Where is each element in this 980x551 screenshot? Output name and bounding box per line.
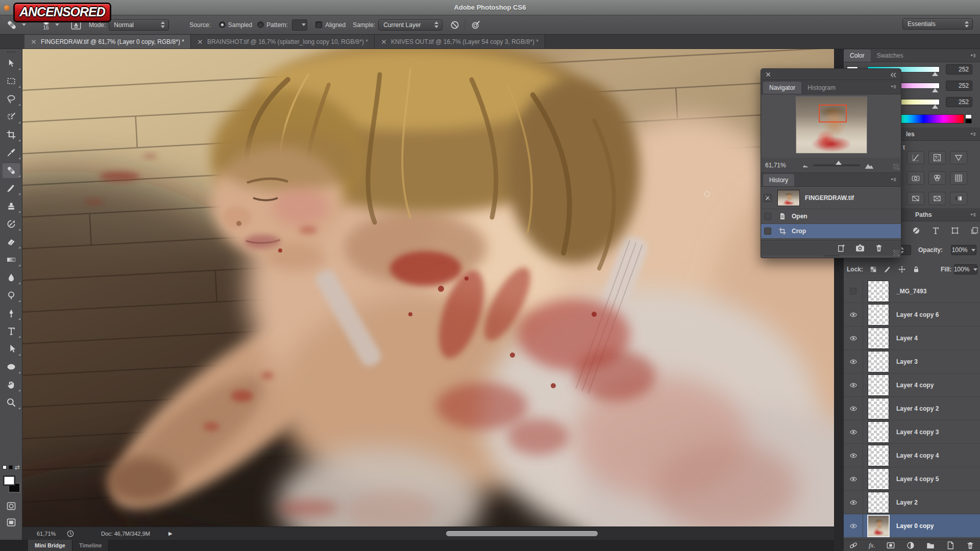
layer-row[interactable]: Layer 4 copy 5 [844,467,980,491]
layer-visibility-toggle[interactable] [844,373,863,397]
layer-row[interactable]: Layer 3 [844,350,980,373]
panel-menu-icon[interactable] [968,211,977,218]
layer-thumbnail[interactable] [868,328,889,349]
lock-transparency-icon[interactable] [869,265,877,273]
navigator-zoom-slider[interactable] [813,164,860,166]
invert-adjustment-button[interactable] [907,192,924,205]
history-snapshot-row[interactable]: FINGERDRAW.tif [761,187,901,209]
panel-menu-icon[interactable] [889,83,898,90]
layer-name[interactable]: Layer 4 copy 2 [896,405,939,412]
panel-menu-icon[interactable] [968,52,977,59]
layer-row[interactable]: Layer 4 copy 6 [844,303,980,327]
collapse-panel-icon[interactable] [890,71,897,79]
gradient-map-adjustment-button[interactable] [950,192,967,205]
layer-thumbnail[interactable] [868,281,889,302]
horizontal-scrollbar[interactable] [446,531,598,536]
adjustment-layer-icon[interactable] [906,541,915,550]
panel-grip[interactable] [823,255,840,257]
bottom-tab-mini-bridge[interactable]: Mini Bridge [28,540,72,551]
history-source-well[interactable] [761,228,774,235]
resize-grip[interactable] [893,250,899,256]
delete-state-icon[interactable] [874,243,884,253]
eyedropper-tool[interactable] [0,143,22,161]
tab-swatches[interactable]: Swatches [871,49,910,62]
layer-name[interactable]: _MG_7493 [896,288,926,295]
layer-name[interactable]: Layer 0 copy [896,522,934,530]
zoom-in-icon[interactable] [864,160,874,170]
default-colors-icon[interactable] [3,465,7,469]
layer-thumbnail[interactable] [868,351,889,372]
layer-row[interactable]: Layer 4 copy [844,373,980,397]
dodge-tool[interactable] [0,286,22,304]
layer-visibility-toggle[interactable] [844,397,863,420]
document-canvas[interactable] [22,49,834,527]
styles-tab-partial[interactable]: les [906,131,915,138]
layer-row[interactable]: _MG_7493 [844,280,980,303]
layer-name[interactable]: Layer 4 copy 6 [896,311,939,318]
document-tab[interactable]: BRAINSHOT.tif @ 16,7% (splatter_long cop… [191,35,375,48]
zoom-out-icon[interactable] [802,162,809,169]
close-icon[interactable] [197,39,203,45]
layer-row[interactable]: Layer 4 copy 4 [844,444,980,467]
screen-mode-icon[interactable] [6,517,16,528]
tab-histogram[interactable]: Histogram [801,82,842,94]
layer-visibility-toggle[interactable] [844,514,863,538]
layer-visibility-toggle[interactable] [844,303,863,327]
delete-layer-icon[interactable] [966,541,975,550]
status-menu-arrow-icon[interactable]: ▶ [168,531,173,536]
slider-thumb[interactable] [932,105,938,109]
layer-row[interactable]: Layer 4 [844,327,980,350]
wand-tool[interactable] [0,108,22,126]
tablet-pressure-icon[interactable] [471,20,481,30]
layer-thumbnail[interactable] [868,492,889,513]
history-state-row[interactable]: Open [761,209,901,224]
move-tool[interactable] [0,54,22,72]
layer-thumbnail[interactable] [868,421,889,443]
history-source-well[interactable] [761,213,774,220]
navigator-zoom-value[interactable]: 61,71% [765,162,802,169]
link-layers-icon[interactable] [849,541,858,550]
type-tool[interactable] [0,322,22,340]
new-layer-icon[interactable] [946,541,955,550]
layer-row[interactable]: Layer 4 copy 3 [844,420,980,444]
add-mask-icon[interactable] [886,541,895,550]
history-source-well[interactable] [761,194,774,202]
layer-style-icon[interactable]: fx. [869,541,875,549]
layer-thumbnail[interactable] [868,304,889,325]
close-icon[interactable] [765,71,771,78]
default-colors-icon[interactable] [9,465,13,469]
pattern-radio[interactable] [257,21,264,28]
new-group-icon[interactable] [926,541,935,550]
channel-mixer-adjustment-button[interactable] [928,171,946,185]
vibrance-adjustment-button[interactable] [950,151,967,164]
exposure-adjustment-button[interactable] [928,151,946,164]
lock-all-icon[interactable] [912,265,920,273]
healing-brush-tool[interactable] [0,161,22,179]
frame-button[interactable] [947,224,963,237]
lock-position-icon[interactable] [898,265,906,273]
hand-tool[interactable] [0,375,22,393]
snapshot-thumbnail[interactable] [777,190,800,206]
lasso-tool[interactable] [0,90,22,108]
resize-grip[interactable] [893,164,899,170]
layer-visibility-toggle[interactable] [844,467,863,491]
panel-menu-icon[interactable] [889,176,898,183]
black-swatch[interactable] [965,119,972,123]
shape-tool[interactable] [0,358,22,375]
photo-filter-adjustment-button[interactable] [907,171,924,185]
zoom-tool[interactable] [0,393,22,411]
white-swatch[interactable] [965,114,972,119]
crop-tool[interactable] [0,126,22,143]
close-icon[interactable] [31,39,37,45]
bottom-tab-timeline[interactable]: Timeline [72,540,109,551]
slider-thumb[interactable] [836,161,842,165]
layer-visibility-toggle[interactable] [844,327,863,350]
navigator-thumbnail[interactable] [796,96,867,154]
layer-row[interactable]: Layer 2 [844,491,980,514]
layer-thumbnail[interactable] [868,515,889,537]
foreground-color-swatch[interactable] [3,475,15,486]
swap-colors-row[interactable]: ⇄ [0,462,22,472]
close-icon[interactable] [381,39,387,45]
new-document-from-state-icon[interactable] [837,243,846,253]
color-lookup-adjustment-button[interactable] [950,171,967,185]
